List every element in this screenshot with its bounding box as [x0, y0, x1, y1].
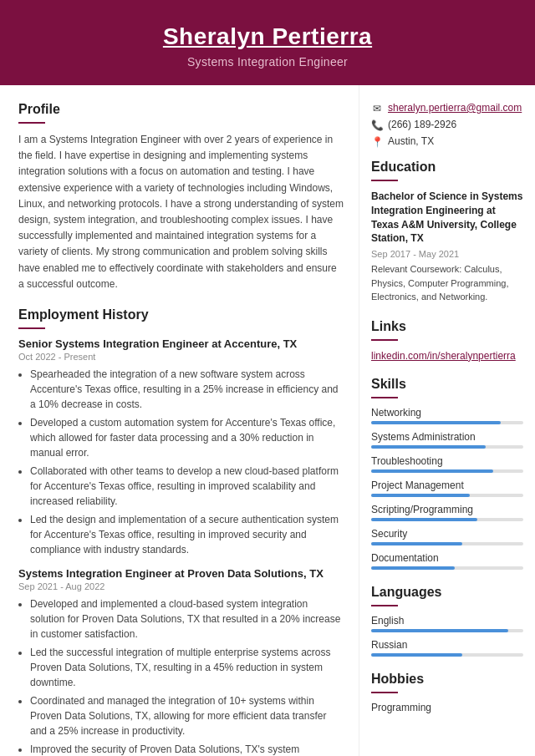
profile-divider: [18, 122, 45, 124]
edu-coursework: Relevant Coursework: Calculus, Physics, …: [371, 262, 523, 304]
location-icon: 📍: [371, 136, 383, 148]
hobbies-divider: [371, 692, 398, 693]
employment-divider: [18, 327, 45, 329]
skills-section: Skills Networking Systems Administration…: [371, 377, 523, 570]
contact-location: 📍 Austin, TX: [371, 135, 523, 148]
link-1: linkedin.com/in/sheralynpertierra: [371, 349, 523, 362]
skill-networking: Networking: [371, 407, 523, 424]
phone-icon: 📞: [371, 119, 383, 131]
lang-russian: Russian: [371, 639, 523, 657]
contact-email: ✉ sheralyn.pertierra@gmail.com: [371, 102, 523, 114]
job-1-date: Oct 2022 - Present: [18, 352, 344, 362]
lang-bar-fill: [371, 629, 508, 632]
candidate-name: Sheralyn Pertierra: [17, 23, 518, 50]
skill-bar-bg: [371, 566, 523, 570]
education-section: Education Bachelor of Science in Systems…: [371, 160, 523, 304]
skills-heading: Skills: [371, 377, 523, 392]
contact-section: ✉ sheralyn.pertierra@gmail.com 📞 (266) 1…: [371, 102, 523, 148]
languages-heading: Languages: [371, 585, 523, 600]
skill-bar-fill: [371, 566, 455, 570]
employment-section: Employment History Senior Systems Integr…: [18, 307, 344, 756]
bullet-item: Developed and implemented a cloud-based …: [30, 596, 344, 642]
skill-bar-bg: [371, 518, 523, 521]
links-heading: Links: [371, 319, 523, 334]
job-2-bullets: Developed and implemented a cloud-based …: [18, 596, 344, 756]
bullet-item: Coordinated and managed the integration …: [30, 693, 344, 738]
profile-section: Profile I am a Systems Integration Engin…: [18, 102, 344, 292]
languages-divider: [371, 605, 398, 606]
education-heading: Education: [371, 160, 523, 175]
email-link[interactable]: sheralyn.pertierra@gmail.com: [388, 102, 522, 114]
skills-divider: [371, 397, 398, 398]
right-column: ✉ sheralyn.pertierra@gmail.com 📞 (266) 1…: [359, 85, 535, 756]
lang-bar-bg: [371, 653, 523, 657]
skill-bar-bg: [371, 445, 523, 449]
bullet-item: Spearheaded the integration of a new sof…: [30, 367, 344, 412]
skill-scripting: Scripting/Programming: [371, 504, 523, 521]
phone-text: (266) 189-2926: [388, 119, 456, 130]
job-1-title: Senior Systems Integration Engineer at A…: [18, 337, 344, 350]
left-column: Profile I am a Systems Integration Engin…: [0, 85, 359, 756]
job-2-date: Sep 2021 - Aug 2022: [18, 581, 344, 591]
hobbies-heading: Hobbies: [371, 672, 523, 687]
skill-bar-fill: [371, 542, 462, 545]
location-text: Austin, TX: [388, 135, 434, 147]
profile-text: I am a Systems Integration Engineer with…: [18, 132, 344, 292]
skill-bar-fill: [371, 518, 477, 521]
job-2: Systems Integration Engineer at Proven D…: [18, 567, 344, 756]
resume-header: Sheralyn Pertierra Systems Integration E…: [0, 0, 535, 85]
contact-phone: 📞 (266) 189-2926: [371, 119, 523, 131]
job-1: Senior Systems Integration Engineer at A…: [18, 337, 344, 557]
resume-container: Sheralyn Pertierra Systems Integration E…: [0, 0, 535, 756]
email-icon: ✉: [371, 103, 383, 114]
languages-section: Languages English Russian: [371, 585, 523, 657]
candidate-title: Systems Integration Engineer: [17, 55, 518, 68]
education-divider: [371, 180, 398, 181]
skill-bar-fill: [371, 469, 493, 473]
skill-bar-fill: [371, 494, 470, 497]
skill-bar-bg: [371, 469, 523, 473]
employment-heading: Employment History: [18, 307, 344, 322]
skill-bar-fill: [371, 445, 486, 449]
linkedin-link[interactable]: linkedin.com/in/sheralynpertierra: [371, 350, 516, 362]
job-1-bullets: Spearheaded the integration of a new sof…: [18, 367, 344, 557]
hobbies-section: Hobbies Programming: [371, 672, 523, 713]
hobby-1: Programming: [371, 702, 523, 713]
links-section: Links linkedin.com/in/sheralynpertierra: [371, 319, 523, 362]
bullet-item: Led the design and implementation of a s…: [30, 512, 344, 557]
lang-english: English: [371, 615, 523, 632]
skill-troubleshooting: Troubleshooting: [371, 455, 523, 473]
skill-bar-fill: [371, 421, 501, 424]
skill-documentation: Documentation: [371, 552, 523, 570]
bullet-item: Developed a custom automation system for…: [30, 415, 344, 460]
skill-bar-bg: [371, 494, 523, 497]
edu-degree: Bachelor of Science in Systems Integrati…: [371, 190, 523, 246]
profile-heading: Profile: [18, 102, 344, 117]
links-divider: [371, 339, 398, 341]
skill-bar-bg: [371, 421, 523, 424]
bullet-item: Improved the security of Proven Data Sol…: [30, 742, 344, 756]
edu-date: Sep 2017 - May 2021: [371, 249, 523, 259]
skill-security: Security: [371, 528, 523, 545]
skill-bar-bg: [371, 542, 523, 545]
lang-bar-fill: [371, 653, 462, 657]
bullet-item: Led the successful integration of multip…: [30, 645, 344, 690]
skill-sysadmin: Systems Administration: [371, 431, 523, 449]
bullet-item: Collaborated with other teams to develop…: [30, 464, 344, 509]
skill-project-mgmt: Project Management: [371, 479, 523, 497]
resume-body: Profile I am a Systems Integration Engin…: [0, 85, 535, 756]
job-2-title: Systems Integration Engineer at Proven D…: [18, 567, 344, 580]
lang-bar-bg: [371, 629, 523, 632]
